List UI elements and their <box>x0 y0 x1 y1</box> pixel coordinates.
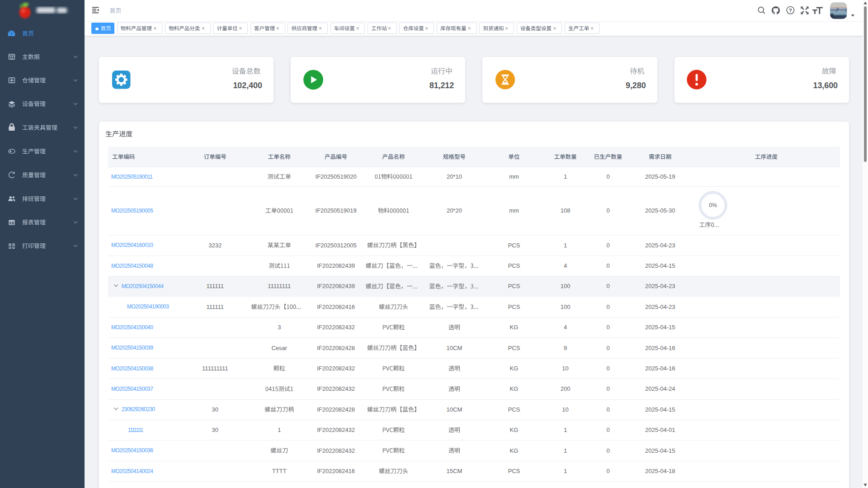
svg-text:×: × <box>239 25 242 32</box>
svg-text:IF2022082428: IF2022082428 <box>317 406 355 413</box>
svg-text:2025-05-19: 2025-05-19 <box>645 173 675 180</box>
svg-text:1: 1 <box>564 173 567 180</box>
svg-text:10CM: 10CM <box>447 345 462 351</box>
svg-text:IF2022082439: IF2022082439 <box>317 283 355 289</box>
svg-text:KG: KG <box>510 365 519 372</box>
svg-text:30: 30 <box>212 406 218 413</box>
svg-text:TTTT: TTTT <box>272 468 287 474</box>
svg-text:0: 0 <box>606 324 609 331</box>
svg-text:0: 0 <box>606 345 609 351</box>
svg-text:2025-04-16: 2025-04-16 <box>645 345 675 351</box>
svg-text:KG: KG <box>510 324 519 331</box>
svg-text:×: × <box>356 25 359 32</box>
svg-text:20*10: 20*10 <box>447 173 462 180</box>
svg-text:111111: 111111 <box>207 283 224 289</box>
svg-text:0: 0 <box>606 406 609 413</box>
svg-text:IF2022082428: IF2022082428 <box>317 345 355 351</box>
svg-text:108: 108 <box>561 207 571 214</box>
svg-text:IF2022082439: IF2022082439 <box>317 262 355 269</box>
svg-text:×: × <box>590 25 594 32</box>
svg-text:0: 0 <box>606 365 609 372</box>
svg-text:PCS: PCS <box>508 262 520 269</box>
svg-text:1: 1 <box>564 447 567 454</box>
svg-text:15CM: 15CM <box>447 468 462 474</box>
svg-text:Cesar: Cesar <box>271 345 287 351</box>
svg-text:MO202504150044: MO202504150044 <box>122 283 164 289</box>
svg-text:0: 0 <box>606 426 609 433</box>
svg-text:2025-04-15: 2025-04-15 <box>645 406 675 413</box>
svg-text:3: 3 <box>278 324 281 331</box>
svg-text:IF2022082432: IF2022082432 <box>317 324 355 331</box>
svg-text:×: × <box>425 25 428 32</box>
svg-text:0: 0 <box>606 303 609 310</box>
svg-text:3232: 3232 <box>208 242 222 249</box>
svg-text:IF20250519019: IF20250519019 <box>316 207 357 214</box>
svg-text:10CM: 10CM <box>447 406 462 413</box>
svg-text:2025-04-23: 2025-04-23 <box>645 303 675 310</box>
svg-text:4: 4 <box>564 324 567 331</box>
svg-text:MO202504160010: MO202504160010 <box>111 242 153 248</box>
svg-text:PCS: PCS <box>508 345 520 351</box>
svg-text:mm: mm <box>509 173 519 180</box>
svg-text:IF2022082432: IF2022082432 <box>317 447 355 454</box>
svg-text:0: 0 <box>606 283 609 289</box>
svg-text:×: × <box>505 25 508 32</box>
svg-text:9,280: 9,280 <box>626 81 646 90</box>
svg-text:1: 1 <box>564 468 567 474</box>
svg-text:MO202504150037: MO202504150037 <box>111 386 153 392</box>
svg-text:230629260230: 230629260230 <box>122 406 156 412</box>
svg-text:20*20: 20*20 <box>447 207 462 214</box>
svg-text:KG: KG <box>510 385 519 392</box>
svg-text:PCS: PCS <box>508 303 520 310</box>
svg-text:1: 1 <box>564 242 567 249</box>
svg-text:10: 10 <box>562 406 568 413</box>
svg-text:13,600: 13,600 <box>813 81 838 90</box>
svg-text:2025-04-23: 2025-04-23 <box>645 283 675 289</box>
svg-text:IF2022082416: IF2022082416 <box>317 303 355 310</box>
svg-text:IF2022082432: IF2022082432 <box>317 365 355 372</box>
svg-text:MO202504150036: MO202504150036 <box>111 447 153 454</box>
svg-text:×: × <box>468 25 471 32</box>
svg-text:KG: KG <box>510 447 519 454</box>
svg-text:IF2022082432: IF2022082432 <box>317 426 355 433</box>
svg-text:30: 30 <box>212 426 218 433</box>
svg-text:4: 4 <box>564 262 567 269</box>
svg-text:200: 200 <box>561 385 571 392</box>
svg-text:2025-04-15: 2025-04-15 <box>645 447 675 454</box>
svg-text:2025-05-30: 2025-05-30 <box>645 207 675 214</box>
svg-text:10: 10 <box>562 365 568 372</box>
svg-text:×: × <box>276 25 279 32</box>
svg-text:IF20250312005: IF20250312005 <box>316 242 357 249</box>
svg-text:MO202505190011: MO202505190011 <box>111 174 153 180</box>
svg-text:0: 0 <box>606 173 609 180</box>
svg-text:9: 9 <box>564 345 567 351</box>
svg-text:IF2022082416: IF2022082416 <box>317 468 355 474</box>
svg-text:102,400: 102,400 <box>233 81 262 90</box>
svg-text:MO202505190005: MO202505190005 <box>111 208 153 214</box>
svg-text:100: 100 <box>561 303 571 310</box>
svg-text:IF20250519020: IF20250519020 <box>316 173 357 180</box>
svg-text:MO202504150039: MO202504150039 <box>111 345 153 351</box>
svg-text:MO202504150040: MO202504150040 <box>111 324 153 331</box>
svg-text:0: 0 <box>606 207 609 214</box>
svg-text:2025-04-16: 2025-04-16 <box>645 365 675 372</box>
svg-text:IF2022082432: IF2022082432 <box>317 385 355 392</box>
svg-text:×: × <box>153 25 156 32</box>
svg-text:81,212: 81,212 <box>429 81 454 90</box>
svg-text:×: × <box>388 25 391 32</box>
svg-text:KG: KG <box>510 426 519 433</box>
svg-text:111111: 111111 <box>207 303 224 310</box>
svg-text:PCS: PCS <box>508 242 520 249</box>
svg-text:2025-04-24: 2025-04-24 <box>645 385 675 392</box>
svg-text:MO202504140024: MO202504140024 <box>111 468 153 474</box>
svg-text:1: 1 <box>278 426 281 433</box>
svg-text:×: × <box>319 25 322 32</box>
svg-text:100: 100 <box>561 283 571 289</box>
svg-text:0: 0 <box>606 385 609 392</box>
svg-text:1: 1 <box>564 426 567 433</box>
svg-text:?: ? <box>789 8 792 13</box>
svg-text:MO202504190003: MO202504190003 <box>127 303 169 310</box>
svg-text:PCS: PCS <box>508 406 520 413</box>
svg-text:MO202504150048: MO202504150048 <box>111 263 153 269</box>
svg-text:mm: mm <box>509 207 519 214</box>
